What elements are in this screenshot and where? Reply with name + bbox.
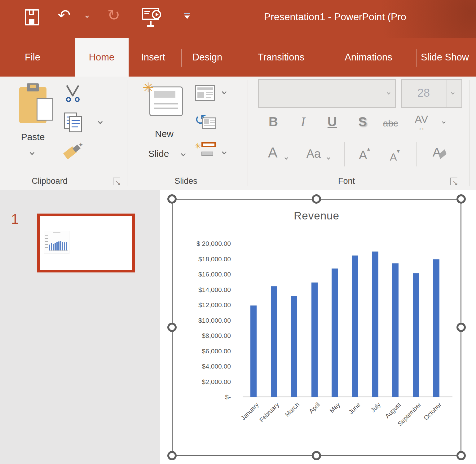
slides-group-label: Slides	[174, 176, 197, 186]
x-axis-label-february[interactable]: February	[258, 401, 281, 424]
decrease-font-size-button[interactable]: A▾	[390, 148, 400, 163]
change-case-chevron-icon[interactable]	[327, 156, 330, 159]
bar-may[interactable]	[332, 268, 338, 397]
x-axis-label-march[interactable]: March	[284, 401, 301, 418]
shrink-font-icon: A	[390, 151, 397, 163]
tab-file[interactable]: File	[25, 38, 40, 77]
bold-button[interactable]: B	[267, 114, 280, 129]
customize-qat-icon[interactable]	[183, 13, 192, 21]
y-axis-tick-label[interactable]: $12,000.00	[172, 301, 231, 309]
bar-october[interactable]	[433, 259, 439, 397]
x-axis-label-june[interactable]: June	[347, 401, 362, 416]
font-color-button[interactable]: A	[266, 144, 280, 161]
font-color-chevron-icon[interactable]	[284, 156, 288, 159]
bar-september[interactable]	[413, 273, 419, 397]
bar-january[interactable]	[250, 305, 257, 397]
resize-handle-top-right[interactable]	[456, 194, 466, 204]
shrink-font-arrow: ▾	[397, 148, 400, 154]
x-axis-label-august[interactable]: August	[384, 401, 402, 420]
tab-animations[interactable]: Animations	[345, 38, 392, 77]
y-axis-tick-label[interactable]: $6,000.00	[172, 347, 231, 355]
y-axis-tick-label[interactable]: $ 20,000.00	[172, 240, 231, 248]
clipboard-dialog-launcher[interactable]: ↘	[113, 178, 120, 185]
tab-home[interactable]: Home	[89, 38, 115, 77]
undo-dropdown-chevron-icon[interactable]	[85, 14, 89, 18]
y-axis-tick-label[interactable]: $10,000.00	[172, 316, 231, 325]
resize-handle-top-left[interactable]	[167, 194, 177, 204]
tab-insert[interactable]: Insert	[141, 38, 165, 77]
character-spacing-button[interactable]: AV ↔	[412, 113, 431, 132]
bar-august[interactable]	[392, 263, 399, 397]
reset-button[interactable]: ↺	[195, 113, 216, 131]
start-slideshow-icon[interactable]	[142, 8, 161, 27]
slide-thumbnail[interactable]	[37, 214, 135, 272]
ribbon-tab-bar: File Home Insert Design Transitions Anim…	[0, 38, 476, 77]
increase-font-size-button[interactable]: A▴	[359, 145, 370, 162]
redo-icon[interactable]: ↻	[107, 7, 120, 23]
change-case-button[interactable]: Aa	[304, 147, 324, 161]
x-axis-label-may[interactable]: May	[328, 401, 342, 414]
x-axis-label-july[interactable]: July	[369, 401, 382, 414]
bar-june[interactable]	[352, 255, 358, 397]
font-size-combobox[interactable]: 28	[401, 79, 462, 108]
strikethrough-button[interactable]: abc	[381, 118, 400, 129]
clear-formatting-button[interactable]: A	[433, 145, 447, 159]
resize-handle-top-center[interactable]	[312, 194, 321, 204]
font-size-chevron-icon[interactable]	[451, 91, 454, 94]
y-axis-tick-label[interactable]: $-	[172, 393, 231, 401]
y-axis-tick-label[interactable]: $18,000.00	[172, 255, 231, 263]
resize-handle-bottom-left[interactable]	[167, 451, 177, 460]
spacing-chevron-icon[interactable]	[442, 120, 445, 123]
new-slide-label-line2[interactable]: Slide	[137, 148, 180, 159]
y-axis-tick-label[interactable]: $14,000.00	[172, 286, 231, 294]
bar-february[interactable]	[271, 286, 277, 397]
resize-handle-bottom-right[interactable]	[456, 451, 466, 460]
x-axis-label-october[interactable]: October	[422, 401, 443, 422]
save-icon-disk	[29, 19, 34, 24]
paste-button[interactable]	[19, 83, 53, 124]
new-slide-button[interactable]: ✳	[145, 83, 183, 117]
bar-march[interactable]	[291, 296, 297, 397]
save-icon[interactable]	[25, 9, 39, 25]
new-slide-chevron-icon[interactable]	[181, 152, 186, 157]
resize-handle-middle-right[interactable]	[456, 323, 466, 332]
slide-layout-button[interactable]	[195, 85, 215, 101]
section-chevron-icon[interactable]	[222, 150, 227, 155]
x-axis-label-april[interactable]: April	[308, 401, 322, 415]
tab-separator	[181, 49, 182, 67]
chart-title[interactable]: Revenue	[172, 210, 461, 222]
undo-icon[interactable]: ↶	[58, 7, 71, 23]
paste-dropdown-chevron-icon[interactable]	[30, 150, 35, 155]
y-axis-tick-label[interactable]: $4,000.00	[172, 362, 231, 370]
save-icon-notch	[29, 10, 34, 15]
copy-dropdown-chevron-icon[interactable]	[98, 119, 103, 124]
resize-handle-bottom-center[interactable]	[312, 451, 321, 460]
copy-button[interactable]	[64, 113, 83, 134]
paste-label[interactable]: Paste	[12, 132, 53, 142]
font-name-combobox[interactable]	[258, 79, 396, 108]
new-slide-icon-line	[154, 108, 178, 109]
y-axis-tick-label[interactable]: $2,000.00	[172, 378, 231, 386]
tab-slide-show[interactable]: Slide Show	[421, 38, 469, 77]
font-dialog-launcher[interactable]: ↘	[450, 178, 457, 185]
new-slide-icon-bar	[154, 91, 175, 98]
format-painter-button[interactable]: ✦	[64, 141, 83, 160]
layout-chevron-icon[interactable]	[222, 90, 227, 95]
bar-april[interactable]	[311, 282, 318, 397]
y-axis-tick-label[interactable]: $16,000.00	[172, 270, 231, 278]
x-axis-label-january[interactable]: January	[240, 401, 260, 422]
chart[interactable]: Revenue $ 20,000.00$18,000.00$16,000.00$…	[172, 199, 461, 456]
underline-button[interactable]: U	[325, 114, 339, 129]
new-slide-label-line1[interactable]: New	[145, 129, 183, 139]
tab-transitions[interactable]: Transitions	[258, 38, 304, 77]
bar-july[interactable]	[372, 251, 378, 397]
y-axis-tick-label[interactable]: $8,000.00	[172, 332, 231, 340]
slideshow-base	[147, 25, 154, 27]
section-button[interactable]: ✳	[195, 142, 216, 162]
tab-design[interactable]: Design	[192, 38, 223, 77]
text-shadow-button[interactable]: S	[356, 114, 369, 129]
font-name-chevron-icon[interactable]	[387, 91, 390, 94]
scissors-icon	[72, 85, 79, 96]
cut-button[interactable]	[64, 85, 82, 104]
italic-button[interactable]: I	[296, 114, 310, 129]
